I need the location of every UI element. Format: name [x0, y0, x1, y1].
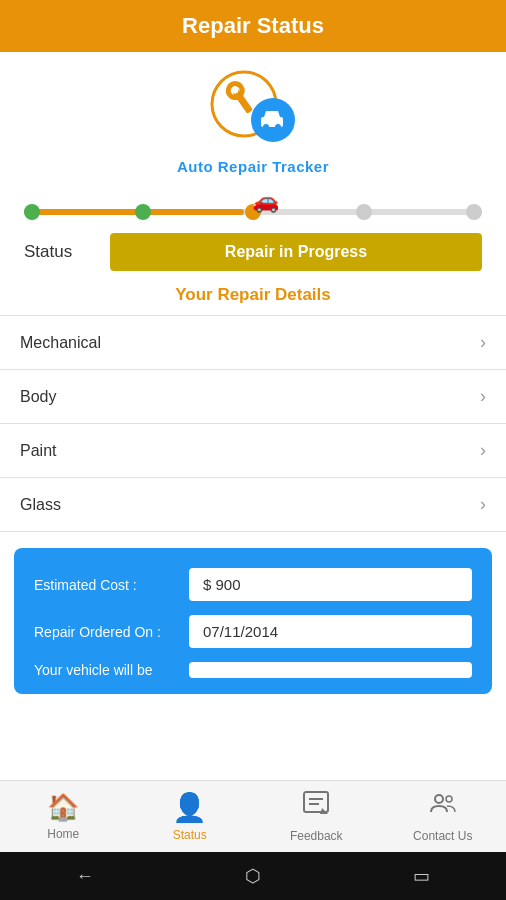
- glass-label: Glass: [20, 496, 61, 514]
- mechanical-label: Mechanical: [20, 334, 101, 352]
- header-title: Repair Status: [182, 13, 324, 39]
- logo-text: Auto Repair Tracker: [177, 158, 329, 175]
- android-recent[interactable]: ▭: [413, 865, 430, 887]
- android-nav-bar: ← ⬡ ▭: [0, 852, 506, 900]
- svg-point-13: [435, 795, 443, 803]
- logo-image: [208, 68, 298, 148]
- list-item-body[interactable]: Body ›: [0, 370, 506, 424]
- progress-area: 🚗: [0, 185, 506, 215]
- cost-card: Estimated Cost : $ 900 Repair Ordered On…: [14, 548, 492, 694]
- svg-rect-9: [304, 792, 328, 812]
- nav-feedback-label: Feedback: [290, 829, 343, 843]
- nav-feedback[interactable]: Feedback: [253, 790, 380, 843]
- progress-dots: 🚗: [24, 204, 482, 220]
- svg-marker-6: [264, 111, 280, 117]
- repair-ordered-label: Repair Ordered On :: [34, 624, 189, 640]
- logo-svg: [208, 68, 298, 148]
- estimated-cost-label: Estimated Cost :: [34, 577, 189, 593]
- contact-icon: [429, 790, 457, 825]
- header: Repair Status: [0, 0, 506, 52]
- status-label: Status: [24, 242, 94, 262]
- android-back[interactable]: ←: [76, 866, 94, 887]
- progress-dot-4: [356, 204, 372, 220]
- svg-point-8: [275, 124, 281, 130]
- chevron-mechanical: ›: [480, 332, 486, 353]
- android-home[interactable]: ⬡: [245, 865, 261, 887]
- vehicle-value: [189, 662, 472, 678]
- repair-list: Mechanical › Body › Paint › Glass ›: [0, 315, 506, 532]
- vehicle-row: Your vehicle will be: [34, 662, 472, 678]
- chevron-paint: ›: [480, 440, 486, 461]
- nav-status[interactable]: 👤 Status: [127, 791, 254, 842]
- repair-ordered-value: 07/11/2014: [189, 615, 472, 648]
- logo-area: Auto Repair Tracker: [0, 52, 506, 185]
- nav-home[interactable]: 🏠 Home: [0, 792, 127, 841]
- body-label: Body: [20, 388, 56, 406]
- progress-dot-1: [24, 204, 40, 220]
- paint-label: Paint: [20, 442, 56, 460]
- car-icon: 🚗: [252, 188, 279, 214]
- feedback-icon: [302, 790, 330, 825]
- repair-ordered-row: Repair Ordered On : 07/11/2014: [34, 615, 472, 648]
- nav-status-label: Status: [173, 828, 207, 842]
- nav-contact[interactable]: Contact Us: [380, 790, 507, 843]
- bottom-nav: 🏠 Home 👤 Status Feedback Contact Us: [0, 780, 506, 852]
- nav-home-label: Home: [47, 827, 79, 841]
- list-item-glass[interactable]: Glass ›: [0, 478, 506, 532]
- status-icon: 👤: [172, 791, 207, 824]
- progress-dot-3: 🚗: [245, 204, 261, 220]
- chevron-body: ›: [480, 386, 486, 407]
- vehicle-label: Your vehicle will be: [34, 662, 189, 678]
- estimated-cost-row: Estimated Cost : $ 900: [34, 568, 472, 601]
- estimated-cost-value: $ 900: [189, 568, 472, 601]
- chevron-glass: ›: [480, 494, 486, 515]
- nav-contact-label: Contact Us: [413, 829, 472, 843]
- progress-track: 🚗: [24, 209, 482, 215]
- progress-dot-5: [466, 204, 482, 220]
- status-badge: Repair in Progress: [110, 233, 482, 271]
- repair-details-title: Your Repair Details: [0, 279, 506, 315]
- list-item-mechanical[interactable]: Mechanical ›: [0, 316, 506, 370]
- status-row: Status Repair in Progress: [0, 215, 506, 279]
- list-item-paint[interactable]: Paint ›: [0, 424, 506, 478]
- home-icon: 🏠: [47, 792, 79, 823]
- progress-dot-2: [135, 204, 151, 220]
- svg-point-7: [263, 124, 269, 130]
- svg-point-14: [446, 796, 452, 802]
